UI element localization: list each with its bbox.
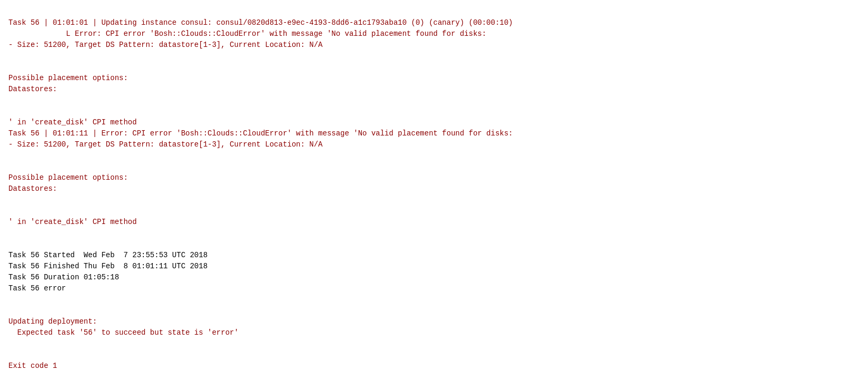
log-output: Task 56 | 01:01:01 | Updating instance c… [8,6,860,370]
log-line: Task 56 | 01:01:11 | Error: CPI error 'B… [8,129,513,138]
log-line-blank [8,194,860,206]
log-line: Possible placement options: [8,173,128,182]
log-line-blank [8,51,860,62]
log-line: Expected task '56' to succeed but state … [8,328,239,337]
log-line: Datastores: [8,85,57,93]
log-line-blank [8,150,860,161]
log-line: Task 56 error [8,284,66,293]
log-line: Exit code 1 [8,362,57,370]
log-line: L Error: CPI error 'Bosh::Clouds::CloudE… [8,30,486,38]
log-line: ' in 'create_disk' CPI method [8,218,137,226]
log-line: Possible placement options: [8,74,128,82]
log-line: Task 56 Finished Thu Feb 8 01:01:11 UTC … [8,262,208,270]
log-line: Task 56 | 01:01:01 | Updating instance c… [8,18,513,27]
log-line: Updating deployment: [8,317,97,326]
log-line: ' in 'create_disk' CPI method [8,118,137,126]
log-line-blank [8,294,860,305]
log-line: Datastores: [8,184,57,193]
log-line-blank [8,95,860,106]
log-line: Task 56 Started Wed Feb 7 23:55:53 UTC 2… [8,251,208,259]
log-line: - Size: 51200, Target DS Pattern: datast… [8,41,323,49]
log-line: - Size: 51200, Target DS Pattern: datast… [8,140,323,149]
log-line: Task 56 Duration 01:05:18 [8,273,119,281]
log-line-blank [8,228,860,239]
log-line-blank [8,338,860,349]
